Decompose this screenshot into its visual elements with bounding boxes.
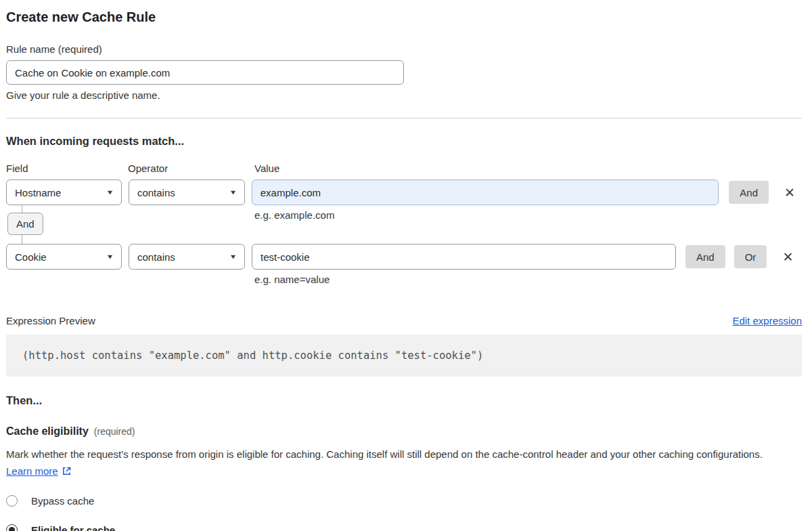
close-icon: ✕: [784, 185, 795, 200]
value-hint: e.g. example.com: [254, 209, 334, 221]
field-column-label: Field: [6, 163, 128, 174]
radio-label: Bypass cache: [31, 495, 94, 507]
expression-preview-code: (http.host contains "example.com" and ht…: [6, 335, 802, 377]
operator-select[interactable]: contains ▼: [129, 179, 245, 205]
value-hint: e.g. name=value: [254, 274, 802, 285]
match-section-heading: When incoming requests match...: [6, 135, 802, 148]
field-select-value: Cookie: [15, 251, 47, 263]
operator-select-value: contains: [137, 251, 175, 263]
condition-row: Hostname ▼ contains ▼ And ✕: [6, 179, 802, 205]
chevron-down-icon: ▼: [229, 253, 238, 260]
required-note: (required): [94, 426, 135, 437]
value-input[interactable]: [252, 179, 719, 205]
expression-preview-header: Expression Preview Edit expression: [6, 315, 802, 326]
condition-column-headers: Field Operator Value: [6, 163, 802, 174]
rule-name-label: Rule name (required): [6, 43, 802, 55]
operator-select-value: contains: [137, 187, 175, 198]
learn-more-link[interactable]: Learn more: [6, 465, 58, 477]
radio-label: Eligible for cache: [31, 524, 115, 531]
operator-select[interactable]: contains ▼: [129, 244, 245, 270]
value-column-label: Value: [254, 163, 802, 174]
and-connector-button[interactable]: And: [7, 213, 43, 235]
divider: [6, 118, 802, 119]
cache-eligibility-description: Mark whether the request’s response from…: [6, 446, 791, 480]
and-button[interactable]: And: [685, 245, 725, 268]
remove-condition-button[interactable]: ✕: [777, 180, 802, 205]
page-title: Create new Cache Rule: [6, 5, 802, 25]
expression-preview-label: Expression Preview: [6, 315, 95, 326]
chevron-down-icon: ▼: [106, 189, 114, 196]
connector-line: [22, 235, 22, 244]
rule-name-input[interactable]: [6, 60, 404, 85]
description-text: Mark whether the request’s response from…: [6, 448, 763, 460]
or-button[interactable]: Or: [734, 245, 767, 268]
field-select-value: Hostname: [15, 187, 61, 198]
edit-expression-link[interactable]: Edit expression: [732, 315, 802, 326]
cache-eligibility-header: Cache eligibility (required): [6, 425, 802, 438]
external-link-icon: [62, 466, 72, 476]
create-cache-rule-page: Create new Cache Rule Rule name (require…: [0, 0, 812, 531]
rule-name-help: Give your rule a descriptive name.: [6, 89, 802, 101]
radio-bypass-cache[interactable]: Bypass cache: [6, 495, 802, 507]
operator-column-label: Operator: [128, 163, 254, 174]
close-icon: ✕: [782, 249, 793, 265]
and-button[interactable]: And: [729, 181, 769, 204]
remove-condition-button[interactable]: ✕: [775, 245, 800, 269]
condition-row: Cookie ▼ contains ▼ And Or ✕: [6, 244, 802, 270]
field-select[interactable]: Hostname ▼: [6, 179, 122, 205]
radio-circle-icon[interactable]: [6, 524, 18, 531]
radio-circle-icon[interactable]: [6, 495, 18, 507]
cache-eligibility-title: Cache eligibility: [6, 425, 89, 438]
then-section-heading: Then...: [6, 394, 802, 407]
chevron-down-icon: ▼: [106, 253, 114, 260]
field-select[interactable]: Cookie ▼: [6, 244, 122, 270]
value-input[interactable]: [252, 244, 676, 270]
chevron-down-icon: ▼: [229, 189, 237, 196]
radio-eligible-for-cache[interactable]: Eligible for cache: [6, 524, 802, 531]
condition-connector-area: And e.g. example.com: [6, 205, 802, 244]
